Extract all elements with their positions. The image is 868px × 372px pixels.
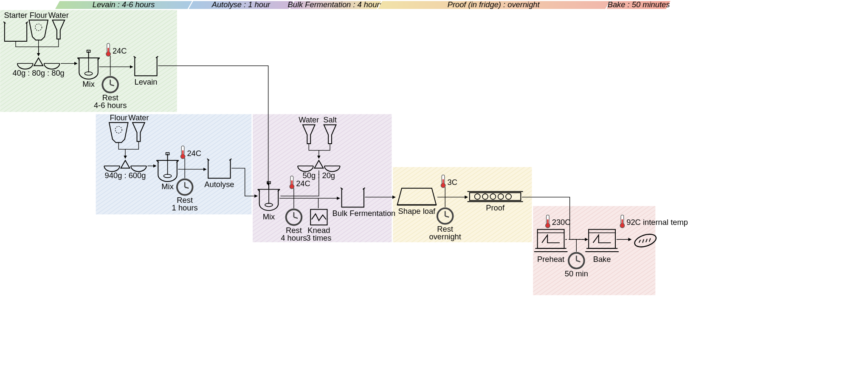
levain-ratio: 40g : 80g : 80g [13, 68, 65, 77]
water-label-3: Water [299, 115, 319, 124]
bake-time: 50 min [565, 269, 588, 278]
bulk-product: Bulk Fermentation [333, 209, 396, 218]
proof-rest-time: overnight [429, 232, 461, 241]
phase-label-levain: Levain : 4-6 hours [93, 0, 155, 9]
thermometer-icon [180, 146, 185, 159]
thermometer-icon [441, 175, 445, 187]
thermometer-icon [106, 43, 110, 56]
autolyse-ratio: 940g : 600g [105, 171, 146, 180]
levain-rest-time: 4-6 hours [94, 101, 127, 110]
phase-bg-autolyse [96, 114, 252, 215]
shape-label: Shape loaf [398, 207, 436, 216]
water-label-1: Water [48, 11, 69, 20]
phase-label-proof: Proof (in fridge) : overnight [448, 0, 540, 9]
phase-label-bake: Bake : 50 minutes [608, 0, 670, 9]
levain-mix-label: Mix [82, 80, 95, 88]
thermometer-icon [546, 215, 550, 228]
final-temp: 92C internal temp [626, 218, 688, 227]
starter-label: Starter [4, 11, 27, 20]
levain-temp: 24C [113, 46, 127, 55]
thermometer-icon [620, 215, 624, 228]
timeline-header: Levain : 4-6 hours Autolyse : 1 hour Bul… [55, 0, 671, 9]
bake-temp: 230C [552, 218, 571, 227]
proof-product: Proof [486, 203, 505, 212]
bulk-knead-times: 3 times [306, 233, 331, 242]
flour-label-2: Flour [110, 113, 127, 122]
bulk-temp: 24C [296, 179, 310, 187]
autolyse-product: Autolyse [204, 180, 234, 189]
bulk-rest-time: 4 hours [281, 233, 307, 242]
phase-label-bulk: Bulk Fermentation : 4 hours [288, 0, 383, 9]
bulk-mix-label: Mix [263, 212, 275, 221]
water-label-2: Water [128, 113, 149, 122]
levain-product: Levain [134, 77, 157, 86]
phase-label-autolyse: Autolyse : 1 hour [211, 0, 271, 9]
autolyse-temp: 24C [187, 149, 201, 158]
proof-temp: 3C [447, 178, 457, 187]
preheat-label: Preheat [537, 255, 564, 264]
autolyse-rest-time: 1 hours [172, 203, 198, 212]
flour-label-1: Flour [30, 11, 48, 20]
thermometer-icon [290, 176, 294, 189]
bake-label: Bake [593, 255, 611, 264]
autolyse-mix-label: Mix [161, 182, 174, 191]
salt-label: Salt [323, 115, 337, 124]
